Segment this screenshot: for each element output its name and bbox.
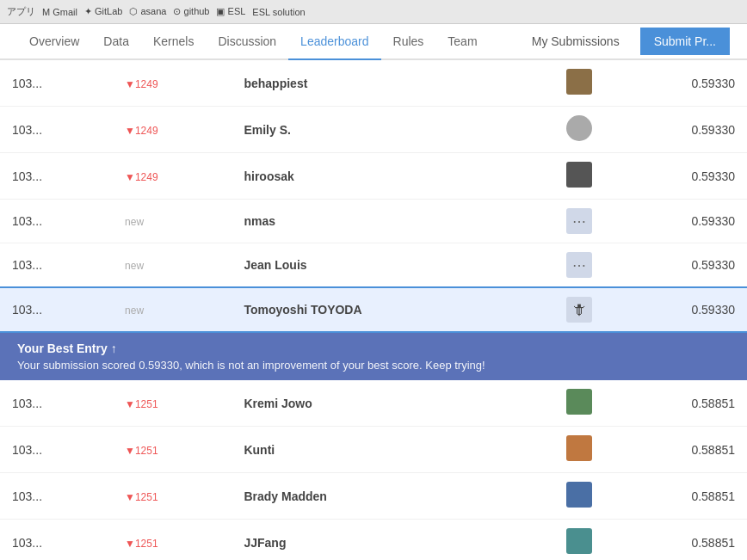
score-cell: 0.59330 — [604, 243, 747, 288]
table-row: 103... ▼1251 Kremi Jowo 0.58851 — [0, 380, 747, 427]
table-row-current-user: 103... new Tomoyoshi TOYODA 🗡 0.59330 — [0, 287, 747, 332]
change-icon: ▼1251 — [125, 398, 158, 410]
browser-toolbar: アプリ M Gmail ✦ GitLab ⬡ asana ⊙ github ▣ … — [0, 0, 747, 24]
nav-tabs: Overview Data Kernels Discussion Leaderb… — [0, 24, 747, 60]
toolbar-github: ⊙ github — [173, 6, 209, 17]
change-cell: new — [113, 243, 232, 288]
change-icon: ▼1249 — [125, 171, 158, 183]
toolbar-asana: ⬡ asana — [129, 6, 166, 17]
rank-cell: 103... — [0, 243, 113, 288]
score-cell: 0.58851 — [604, 473, 747, 520]
tab-leaderboard[interactable]: Leaderboard — [288, 24, 380, 60]
avatar — [566, 69, 592, 95]
avatar-cell — [554, 380, 604, 427]
rank-cell: 103... — [0, 107, 113, 153]
rank-cell: 103... — [0, 427, 113, 473]
score-cell: 0.59330 — [604, 107, 747, 153]
change-icon: ▼1249 — [125, 125, 158, 137]
change-icon: ▼1251 — [125, 491, 158, 503]
toolbar-esl-solution: ESL solution — [252, 7, 305, 17]
avatar — [566, 482, 592, 508]
rank-cell: 103... — [0, 60, 113, 107]
toolbar-esl: ▣ ESL — [216, 6, 245, 17]
change-cell: new — [113, 287, 232, 332]
avatar-cell — [554, 520, 604, 561]
username-cell: Kremi Jowo — [232, 380, 553, 427]
tab-rules[interactable]: Rules — [381, 24, 436, 58]
avatar: ⋯ — [566, 252, 592, 278]
avatar-cell: 🗡 — [554, 287, 604, 332]
score-cell: 0.58851 — [604, 427, 747, 473]
change-cell: new — [113, 200, 232, 243]
avatar-cell — [554, 60, 604, 107]
change-cell: ▼1249 — [113, 60, 232, 107]
rank-cell: 103... — [0, 473, 113, 520]
page-content: Overview Data Kernels Discussion Leaderb… — [0, 24, 747, 560]
score-cell: 0.58851 — [604, 380, 747, 427]
avatar — [566, 162, 592, 188]
toolbar-apps: アプリ — [7, 5, 35, 18]
change-icon: new — [125, 260, 144, 272]
table-row: 103... ▼1251 JJFang 0.58851 — [0, 520, 747, 561]
username-cell: behappiest — [232, 60, 553, 107]
table-row: 103... ▼1249 hiroosak 0.59330 — [0, 153, 747, 200]
username-cell: Emily S. — [232, 107, 553, 153]
username-cell: Brady Madden — [232, 473, 553, 520]
avatar — [566, 528, 592, 554]
submit-button[interactable]: Submit Pr... — [640, 28, 730, 55]
avatar-cell: ⋯ — [554, 243, 604, 288]
avatar — [566, 435, 592, 461]
leaderboard-table: 103... ▼1249 behappiest 0.59330 103... ▼… — [0, 60, 747, 333]
username-cell: JJFang — [232, 520, 553, 561]
change-icon: ▼1251 — [125, 538, 158, 550]
username-cell: Kunti — [232, 427, 553, 473]
tab-discussion[interactable]: Discussion — [206, 24, 288, 58]
change-icon: ▼1249 — [125, 78, 158, 90]
tab-data[interactable]: Data — [91, 24, 141, 58]
change-cell: ▼1251 — [113, 380, 232, 427]
username-cell: Jean Louis — [232, 243, 553, 288]
change-icon: ▼1251 — [125, 445, 158, 457]
username-cell: nmas — [232, 200, 553, 243]
toolbar-gmail: M Gmail — [42, 7, 77, 17]
score-cell: 0.59330 — [604, 200, 747, 243]
table-row: 103... new Jean Louis ⋯ 0.59330 — [0, 243, 747, 288]
score-cell: 0.58851 — [604, 520, 747, 561]
avatar-cell — [554, 427, 604, 473]
avatar: ⋯ — [566, 208, 592, 234]
score-cell: 0.59330 — [604, 287, 747, 332]
tab-team[interactable]: Team — [435, 24, 489, 58]
score-cell: 0.59330 — [604, 60, 747, 107]
change-cell: ▼1249 — [113, 107, 232, 153]
avatar-cell — [554, 473, 604, 520]
change-cell: ▼1249 — [113, 153, 232, 200]
username-cell: Tomoyoshi TOYODA — [232, 287, 553, 332]
table-row: 103... ▼1251 Brady Madden 0.58851 — [0, 473, 747, 520]
notification-banner: Your Best Entry ↑ Your submission scored… — [0, 333, 747, 380]
table-row: 103... ▼1251 Kunti 0.58851 — [0, 427, 747, 473]
change-cell: ▼1251 — [113, 473, 232, 520]
rank-cell: 103... — [0, 380, 113, 427]
leaderboard-table-lower: 103... ▼1251 Kremi Jowo 0.58851 103... ▼… — [0, 380, 747, 560]
avatar-cell — [554, 153, 604, 200]
rank-cell: 103... — [0, 520, 113, 561]
avatar-cell — [554, 107, 604, 153]
table-row: 103... ▼1249 behappiest 0.59330 — [0, 60, 747, 107]
rank-cell: 103... — [0, 153, 113, 200]
tab-kernels[interactable]: Kernels — [141, 24, 206, 58]
change-icon: new — [125, 216, 144, 228]
score-cell: 0.59330 — [604, 153, 747, 200]
rank-cell: 103... — [0, 200, 113, 243]
notification-title: Your Best Entry ↑ — [17, 342, 730, 355]
my-submissions-button[interactable]: My Submissions — [522, 28, 630, 55]
notification-message: Your submission scored 0.59330, which is… — [17, 359, 730, 372]
avatar: 🗡 — [566, 297, 592, 323]
change-cell: ▼1251 — [113, 520, 232, 561]
nav-right: My Submissions Submit Pr... — [522, 28, 730, 55]
toolbar-gitlab: ✦ GitLab — [84, 6, 122, 17]
tab-overview[interactable]: Overview — [17, 24, 91, 58]
avatar-cell: ⋯ — [554, 200, 604, 243]
table-row: 103... new nmas ⋯ 0.59330 — [0, 200, 747, 243]
table-row: 103... ▼1249 Emily S. 0.59330 — [0, 107, 747, 153]
change-cell: ▼1251 — [113, 427, 232, 473]
